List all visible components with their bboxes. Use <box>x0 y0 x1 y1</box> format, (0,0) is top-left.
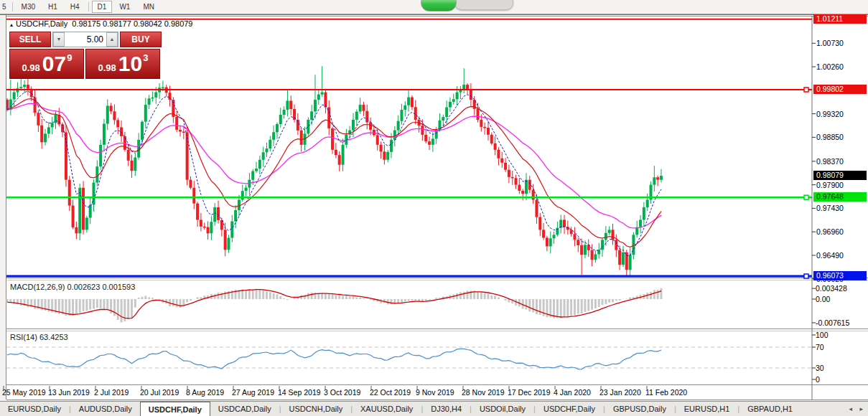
date-label: 2 Jul 2019 <box>94 388 129 397</box>
rsi-tick-label: 100 <box>816 331 829 339</box>
price-marker-label: 1.01211 <box>813 14 867 24</box>
price-marker-label: 0.97648 <box>813 192 867 202</box>
moving-averages-layer <box>7 91 661 255</box>
date-label: 14 Sep 2019 <box>278 388 321 397</box>
date-label: 27 Aug 2019 <box>232 388 274 397</box>
buy-button[interactable]: BUY <box>120 32 162 47</box>
price-tick-label: 0.97900 <box>816 181 844 189</box>
tab-dj30-h4[interactable]: DJ30,H4 <box>423 402 470 416</box>
date-label: 11 Feb 2020 <box>645 388 687 397</box>
sell-price-prefix: 0.98 <box>22 62 40 73</box>
sell-price-big: 07 <box>42 52 66 76</box>
volume-stepper: ▼ ▲ <box>52 32 118 47</box>
buy-price-sup: 3 <box>143 52 148 63</box>
overlay-pill <box>454 0 513 10</box>
date-label: 8 Aug 2019 <box>186 388 224 397</box>
date-label: 9 Nov 2019 <box>416 388 454 397</box>
date-label: 17 Dec 2019 <box>508 388 551 397</box>
date-label: 13 Jun 2019 <box>48 388 90 397</box>
tab-audusd-daily[interactable]: AUDUSD,Daily <box>71 402 140 416</box>
tab-eurusd-h1[interactable]: EURUSD,H1 <box>676 402 738 416</box>
price-tick-label: 1.00260 <box>816 62 844 71</box>
tab-usdcnh-daily[interactable]: USDCNH,Daily <box>281 402 351 416</box>
price-tick-label: 0.98370 <box>816 157 844 166</box>
date-label: 4 Jan 2020 <box>554 388 591 397</box>
macd-tick-label: 0.003428 <box>816 284 847 293</box>
hline-handle-icon[interactable] <box>804 88 808 92</box>
rsi-tick-label: 30 <box>816 364 824 372</box>
price-marker-label: 0.99802 <box>813 85 867 94</box>
tab-xauusd-daily[interactable]: XAUUSD,Daily <box>353 402 421 416</box>
hline-handle-icon[interactable] <box>804 195 808 199</box>
chart-ohlc-title: ▴USDCHF,Daily 0.98175 0.98177 0.98042 0.… <box>10 19 192 28</box>
buy-price-box[interactable]: 0.98103 <box>85 49 160 79</box>
volume-input[interactable] <box>65 32 106 47</box>
chart-tab-bar: EURUSD,Daily|AUDUSD,DailyUSDCHF,DailyUSD… <box>0 401 868 416</box>
rsi-indicator-label: RSI(14) 63.4253 <box>10 333 68 341</box>
price-tick-label: 0.98850 <box>816 133 844 141</box>
price-tick-label: 0.99320 <box>816 110 844 118</box>
tab-scroll-arrows-icon[interactable]: ◂ ▸ <box>849 402 866 416</box>
rsi-tick-label: 70 <box>816 343 824 351</box>
rsi-line <box>7 349 661 369</box>
tab-eurusd-daily[interactable]: EURUSD,Daily <box>0 402 69 416</box>
tab-usdoil-daily[interactable]: USDOil,Daily <box>472 402 533 416</box>
macd-signal-line <box>7 290 661 318</box>
recording-indicator-icon <box>421 0 457 11</box>
hline-handle-icon[interactable] <box>804 274 808 278</box>
macd-tick-label: 0.00 <box>816 295 830 303</box>
price-marker-label: 0.96073 <box>813 271 867 280</box>
date-label: 20 Jul 2019 <box>140 388 179 397</box>
price-tick-label: 1.00730 <box>816 39 844 47</box>
date-label: 3 Oct 2019 <box>324 388 360 397</box>
date-label: 28 Nov 2019 <box>462 388 505 397</box>
tab-gbpusd-daily[interactable]: GBPUSD,Daily <box>605 402 674 416</box>
price-marker-label: 0.98079 <box>813 171 867 180</box>
date-label: 22 Oct 2019 <box>370 388 411 397</box>
chart-symbol-label: USDCHF,Daily <box>16 19 67 28</box>
tab-usdchf-daily[interactable]: USDCHF,Daily <box>536 402 603 416</box>
date-label: 23 Jan 2020 <box>599 388 641 397</box>
sell-price-box[interactable]: 0.98079 <box>9 49 84 79</box>
volume-decrease-icon[interactable]: ▼ <box>53 32 65 47</box>
sell-button[interactable]: SELL <box>9 32 51 47</box>
macd-indicator-label: MACD(12,26,9) 0.002623 0.001593 <box>10 283 135 291</box>
macd-tick-label: -0.007615 <box>816 318 849 327</box>
chart-quotes: 0.98175 0.98177 0.98042 0.98079 <box>72 19 192 28</box>
price-tick-label: 0.96490 <box>816 251 844 260</box>
buy-price-prefix: 0.98 <box>98 62 116 73</box>
buy-price-big: 10 <box>118 52 142 76</box>
volume-increase-icon[interactable]: ▲ <box>106 32 118 47</box>
price-tick-label: 0.96960 <box>816 227 844 236</box>
date-label: 25 May 2019 <box>2 388 46 397</box>
sell-price-sup: 9 <box>67 52 72 63</box>
one-click-trading-widget: SELL ▼ ▲ BUY 0.98079 0.98103 <box>9 32 162 79</box>
tab-usdcad-daily[interactable]: USDCAD,Daily <box>210 402 279 416</box>
rsi-tick-label: 0 <box>816 375 820 384</box>
collapse-trade-panel-icon[interactable]: ▴ <box>10 22 13 28</box>
candles-layer <box>6 66 663 276</box>
price-tick-label: 0.97430 <box>816 204 844 212</box>
tab-gbpaud-h1[interactable]: GBPAUD,H1 <box>739 402 801 416</box>
tab-usdchf-daily[interactable]: USDCHF,Daily <box>140 402 210 416</box>
trading-terminal: 5M30H1H4D1W1MN ▴USDCHF,Daily 0.98175 0.9… <box>0 0 868 416</box>
